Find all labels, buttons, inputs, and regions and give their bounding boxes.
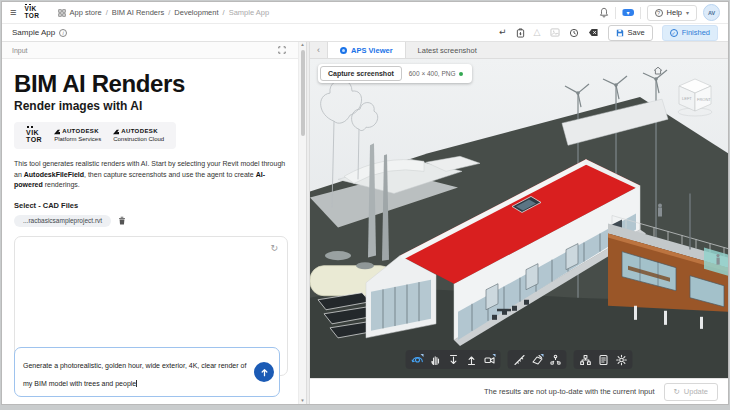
save-icon (616, 29, 624, 37)
section-analysis-icon[interactable] (529, 352, 546, 367)
help-button[interactable]: ? Help ▾ (647, 5, 697, 21)
page-title: BIM AI Renders (14, 71, 288, 96)
measure-tool-icon[interactable] (511, 352, 528, 367)
tab-latest-screenshot[interactable]: Latest screenshot (406, 42, 489, 58)
resolution-badge: 600 × 400, PNG (402, 70, 470, 77)
cad-files-field-label: Select - CAD Files (14, 201, 288, 210)
input-panel-title: Input (12, 47, 28, 54)
app-name: Sample App i (12, 28, 67, 37)
top-header: ≡ VIK TOR App store / BIM AI Renders / D… (2, 2, 728, 24)
capture-controls: Capture screenshot 600 × 400, PNG (318, 64, 472, 83)
viktor-logo-small: VIK TOR (26, 129, 42, 143)
input-panel-header: Input (2, 42, 306, 59)
breadcrumb-development[interactable]: Development (174, 8, 218, 17)
autodesk-mark-icon (113, 129, 119, 135)
home-view-icon[interactable] (652, 65, 664, 76)
refresh-icon: ↻ (674, 387, 680, 396)
help-icon: ? (655, 9, 663, 17)
input-panel: Input BIM AI Renders Render images with … (2, 42, 306, 404)
navigation-tools-group (406, 350, 501, 369)
measure-tools-group (508, 350, 567, 369)
viktor-app-window: ≡ VIK TOR App store / BIM AI Renders / D… (2, 2, 728, 404)
finished-button[interactable]: ✓ Finished (662, 25, 718, 41)
view-cube[interactable]: LEFT FRONT (670, 75, 720, 119)
aps-viewer-viewport: Capture screenshot 600 × 400, PNG LEFT F… (310, 59, 728, 378)
aps-viewer-icon (340, 47, 347, 54)
breadcrumb-bim-ai-renders[interactable]: BIM AI Renders (112, 8, 165, 17)
camera-interactions-icon[interactable] (481, 352, 498, 367)
tab-aps-viewer[interactable]: APS Viewer (327, 42, 406, 58)
text-cursor (136, 380, 137, 387)
orbit-tool-icon[interactable] (409, 352, 426, 367)
capture-screenshot-button[interactable]: Capture screenshot (320, 66, 402, 81)
publish-dropdown-button[interactable]: ▾ (622, 9, 634, 16)
page-subtitle: Render images with AI (14, 99, 288, 113)
breadcrumb: App store / BIM AI Renders / Development… (58, 8, 270, 17)
breadcrumb-app-store[interactable]: App store (70, 8, 102, 17)
editor-actions: ↵ △ Save ✓ Finished (499, 25, 718, 41)
prompt-input[interactable]: Generate a photorealistic, golden hour, … (14, 347, 280, 397)
brand-logos-bar: VIK TOR AUTODESK Platform Services AUTOD… (14, 122, 176, 149)
warning-icon[interactable]: △ (534, 28, 541, 37)
file-chip[interactable]: ...racbasicsampleproject.rvt (14, 215, 111, 227)
bell-icon[interactable] (599, 7, 609, 18)
fit-to-view-icon[interactable] (463, 352, 480, 367)
update-button[interactable]: ↻ Update (664, 383, 718, 401)
scroll-down-icon[interactable]: ▼ (300, 398, 304, 404)
refresh-chat-icon[interactable]: ↻ (270, 244, 278, 253)
viewer-tabbar: ‹ APS Viewer Latest screenshot (310, 42, 728, 59)
properties-icon[interactable] (595, 352, 612, 367)
send-arrow-icon (260, 368, 269, 377)
viktor-logo[interactable]: VIK TOR (24, 6, 39, 19)
image-icon[interactable] (550, 28, 560, 37)
autodesk-construction-cloud-logo: AUTODESK Construction Cloud (113, 128, 164, 143)
breadcrumb-sample-app[interactable]: Sample App (229, 8, 269, 17)
return-shortcut-icon[interactable]: ↵ (499, 28, 507, 37)
app-toolbar: Sample App i ↵ △ Save ✓ Finished (2, 24, 728, 42)
aps-viewer-3d-scene[interactable] (310, 59, 728, 378)
results-footer: The results are not up-to-date with the … (310, 378, 728, 404)
chevron-down-icon: ▾ (627, 9, 630, 16)
tool-description: This tool generates realistic renders wi… (14, 159, 286, 191)
results-panel: ‹ APS Viewer Latest screenshot (310, 42, 728, 404)
expand-panel-icon[interactable] (278, 46, 286, 54)
explode-model-icon[interactable] (547, 352, 564, 367)
send-button[interactable] (254, 362, 274, 382)
zoom-tool-icon[interactable] (445, 352, 462, 367)
collapse-panel-icon[interactable]: ‹ (310, 42, 327, 58)
viewcube-left-label: LEFT (682, 96, 692, 101)
screenshot-root: ≡ VIK TOR App store / BIM AI Renders / D… (0, 0, 730, 410)
status-dot (459, 72, 463, 76)
prompt-text: Generate a photorealistic, golden hour, … (23, 362, 246, 387)
model-browser-icon[interactable] (577, 352, 594, 367)
viewer-toolbar (406, 350, 633, 369)
cad-file-row: ...racbasicsampleproject.rvt (14, 215, 288, 227)
left-panel-scrollbar[interactable]: ▲ ▼ (298, 42, 306, 404)
publish-button-group: Publish ▾ (622, 9, 634, 16)
chevron-down-icon: ▾ (686, 9, 689, 16)
viewcube-front-label: FRONT (697, 97, 711, 102)
user-avatar[interactable]: AV (703, 4, 720, 21)
hamburger-menu-icon[interactable]: ≡ (10, 7, 16, 18)
header-actions: Publish ▾ ? Help ▾ AV (599, 4, 720, 21)
clear-icon[interactable] (588, 28, 599, 37)
info-icon[interactable]: i (59, 29, 67, 37)
delete-file-icon[interactable] (118, 216, 126, 225)
autodesk-mark-icon (54, 129, 60, 135)
stale-results-message: The results are not up-to-date with the … (484, 387, 655, 396)
save-button[interactable]: Save (608, 25, 653, 41)
copy-app-icon[interactable] (516, 28, 525, 38)
model-tools-group (574, 350, 633, 369)
input-panel-content: BIM AI Renders Render images with AI VIK… (2, 59, 298, 404)
grid-icon (58, 9, 66, 17)
autodesk-platform-services-logo: AUTODESK Platform Services (54, 128, 101, 143)
scrollbar-thumb[interactable] (301, 50, 305, 136)
scroll-up-icon[interactable]: ▲ (300, 42, 304, 48)
history-icon[interactable] (569, 28, 579, 38)
settings-icon[interactable] (613, 352, 630, 367)
pan-tool-icon[interactable] (427, 352, 444, 367)
check-icon: ✓ (670, 29, 678, 37)
main-area: Input BIM AI Renders Render images with … (2, 42, 728, 404)
